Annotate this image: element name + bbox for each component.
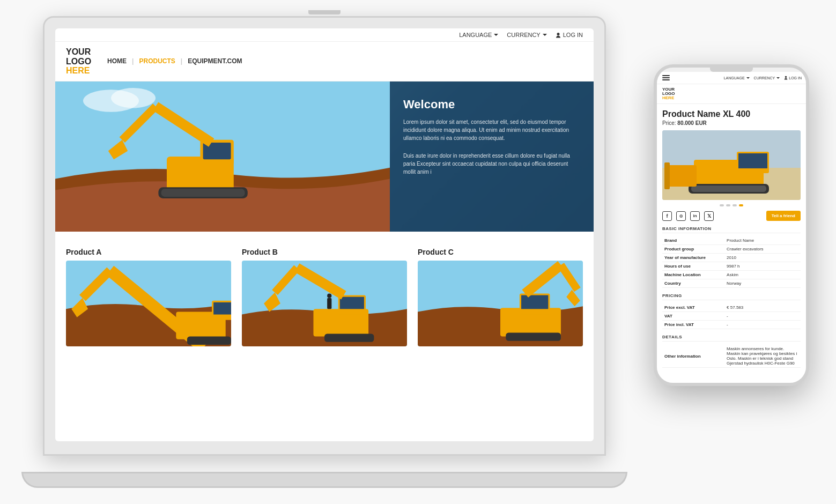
- phone-currency-selector[interactable]: CURRENCY: [754, 76, 780, 80]
- table-row: Price incl. VAT -: [662, 321, 801, 329]
- vat-label: VAT: [662, 312, 724, 321]
- language-selector[interactable]: LANGUAGE: [459, 32, 498, 38]
- basic-info-table: Brand Product Name Product group Crawler…: [662, 236, 801, 288]
- product-b-card: Product B: [242, 248, 407, 346]
- product-c-title: Product C: [418, 248, 583, 256]
- phone-topbar: LANGUAGE CURRENCY LOG IN: [657, 72, 806, 84]
- dot-4[interactable]: [739, 204, 743, 206]
- laptop-device: LANGUAGE CURRENCY LOG IN: [43, 16, 606, 488]
- phone-content: Product Name XL 400 Price: 80.000 EUR: [657, 104, 806, 383]
- product-a-title: Product A: [66, 248, 231, 256]
- dot-1[interactable]: [720, 204, 724, 206]
- product-b-image[interactable]: [242, 261, 407, 346]
- nav-divider-2: |: [181, 57, 182, 65]
- logo: YOUR LOGO HERE: [66, 47, 91, 76]
- product-group-value: Crawler excavators: [724, 245, 801, 254]
- phone-social-bar: f ◎ in 𝕏 Tell a friend: [662, 211, 801, 221]
- instagram-icon[interactable]: ◎: [676, 211, 686, 221]
- dot-3[interactable]: [733, 204, 737, 206]
- svg-rect-39: [738, 153, 767, 168]
- price-label: Price:: [662, 120, 676, 126]
- products-section: Product A: [55, 232, 594, 357]
- phone-device: LANGUAGE CURRENCY LOG IN: [654, 64, 809, 386]
- phone-login-link[interactable]: LOG IN: [784, 76, 802, 80]
- table-row: Product group Crawler excavators: [662, 245, 801, 254]
- linkedin-icon[interactable]: in: [690, 211, 700, 221]
- basic-info-title: BASIC INFORMATION: [662, 226, 801, 233]
- hero-banner: Welcome Lorem ipsum dolor sit amet, cons…: [55, 81, 594, 232]
- phone-header: YOUR LOGO HERE: [657, 84, 806, 104]
- phone-notch: [710, 68, 753, 72]
- year-label: Year of manufacture: [662, 254, 724, 262]
- svg-point-34: [785, 76, 787, 78]
- location-value: Askim: [724, 271, 801, 279]
- svg-point-0: [557, 33, 559, 35]
- svg-rect-8: [161, 189, 245, 197]
- phone-login-label: LOG IN: [789, 76, 802, 80]
- phone-logo: YOUR LOGO HERE: [662, 87, 675, 100]
- product-a-image[interactable]: [66, 261, 231, 346]
- svg-rect-43: [664, 162, 670, 189]
- facebook-icon[interactable]: f: [662, 211, 672, 221]
- table-row: Year of manufacture 2010: [662, 254, 801, 262]
- product-b-title: Product B: [242, 248, 407, 256]
- currency-selector[interactable]: CURRENCY: [507, 32, 546, 38]
- nav-products[interactable]: PRODUCTS: [139, 57, 175, 65]
- price-excl-label: Price excl. VAT: [662, 303, 724, 312]
- table-row: VAT -: [662, 312, 801, 321]
- other-info-label: Other information: [662, 345, 724, 368]
- svg-rect-15: [187, 336, 231, 344]
- vat-value: -: [724, 312, 801, 321]
- dot-2[interactable]: [726, 204, 730, 206]
- hours-label: Hours of use: [662, 262, 724, 271]
- svg-rect-41: [691, 186, 766, 192]
- phone-price: Price: 80.000 EUR: [662, 120, 801, 126]
- pricing-table: Price excl. VAT € 57.583 VAT - Price inc…: [662, 303, 801, 329]
- nav-divider-1: |: [132, 57, 134, 65]
- phone-product-name: Product Name XL 400: [662, 109, 801, 119]
- tell-friend-button[interactable]: Tell a friend: [766, 211, 801, 221]
- svg-rect-20: [324, 333, 374, 342]
- product-c-image[interactable]: [418, 261, 583, 346]
- table-row: Other information Maskin annonseres for …: [662, 345, 801, 368]
- table-row: Price excl. VAT € 57.583: [662, 303, 801, 312]
- table-row: Brand Product Name: [662, 236, 801, 245]
- hero-title: Welcome: [403, 98, 580, 112]
- twitter-icon[interactable]: 𝕏: [704, 211, 714, 221]
- table-row: Hours of use 9987 h: [662, 262, 801, 271]
- ham-line: [662, 75, 670, 76]
- phone-language-selector[interactable]: LANGUAGE: [724, 76, 750, 80]
- phone-language-label: LANGUAGE: [724, 76, 745, 80]
- phone-logo-line3: HERE: [662, 96, 675, 100]
- site-topbar: LANGUAGE CURRENCY LOG IN: [55, 28, 594, 42]
- location-label: Machine Location: [662, 271, 724, 279]
- country-label: Country: [662, 279, 724, 288]
- hero-body2: Duis aute irure dolor in reprehenderit e…: [403, 152, 580, 176]
- nav-home[interactable]: HOME: [107, 57, 127, 65]
- svg-rect-25: [327, 298, 331, 309]
- ham-line: [662, 77, 670, 78]
- laptop-base: [21, 472, 627, 488]
- svg-rect-29: [506, 332, 561, 340]
- login-link[interactable]: LOG IN: [556, 32, 583, 38]
- svg-rect-17: [213, 302, 231, 315]
- phone-product-image: [662, 130, 801, 200]
- pricing-title: PRICING: [662, 293, 801, 300]
- hamburger-icon[interactable]: [661, 74, 671, 81]
- logo-line1: YOUR: [66, 47, 91, 57]
- product-a-svg: [66, 261, 231, 346]
- ham-line: [662, 79, 670, 80]
- product-c-svg: [418, 261, 583, 346]
- phone-screen: LANGUAGE CURRENCY LOG IN: [657, 72, 806, 383]
- svg-rect-22: [340, 297, 364, 309]
- product-group-label: Product group: [662, 245, 724, 254]
- logo-line2: LOGO: [66, 57, 91, 66]
- hours-value: 9987 h: [724, 262, 801, 271]
- hero-text-area: Welcome Lorem ipsum dolor sit amet, cons…: [390, 81, 594, 232]
- currency-label: CURRENCY: [507, 32, 540, 38]
- phone-language-chevron-icon: [746, 77, 750, 79]
- website: LANGUAGE CURRENCY LOG IN: [55, 28, 594, 441]
- nav-equipment[interactable]: EQUIPMENT.COM: [188, 57, 242, 65]
- price-incl-label: Price incl. VAT: [662, 321, 724, 329]
- details-title: DETAILS: [662, 335, 801, 342]
